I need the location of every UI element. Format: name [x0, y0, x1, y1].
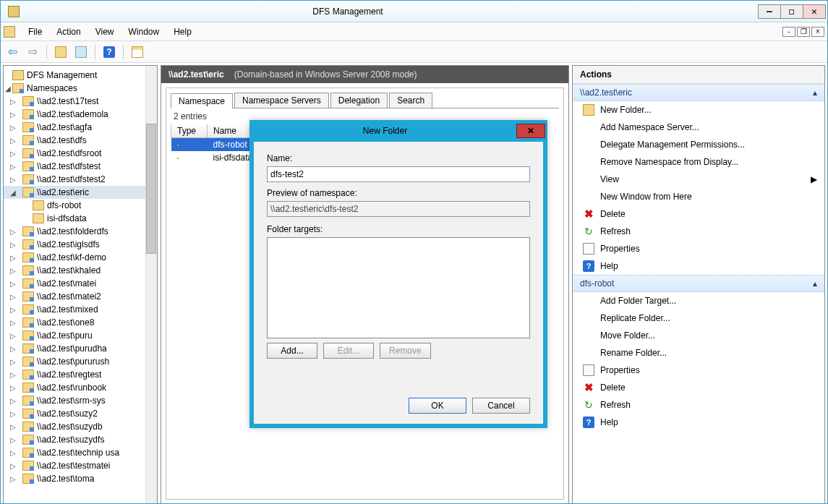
forward-button[interactable] — [24, 43, 41, 61]
tree-node[interactable]: isi-dfsdata — [4, 212, 157, 225]
action-delegate-management-permissions[interactable]: Delegate Management Permissions... — [573, 136, 824, 153]
action-new-folder[interactable]: New Folder... — [573, 101, 824, 119]
cancel-button[interactable]: Cancel — [472, 398, 530, 414]
action-help[interactable]: ?Help — [573, 414, 824, 431]
mdi-restore[interactable]: ❐ — [797, 27, 810, 37]
action-refresh[interactable]: ↻Refresh — [573, 396, 824, 414]
menu-window[interactable]: Window — [121, 24, 167, 40]
tree-node[interactable]: ▷\\ad2.test\mixed — [4, 303, 157, 316]
back-button[interactable] — [4, 43, 21, 61]
dialog-close-button[interactable]: ✕ — [516, 124, 545, 138]
tree-label: \\ad2.test\matei2 — [37, 291, 101, 302]
namespace-icon — [22, 330, 34, 341]
tree-node[interactable]: ▷\\ad2.test\srm-sys — [4, 394, 157, 407]
menu-help[interactable]: Help — [166, 24, 199, 40]
help-button[interactable]: ? — [101, 43, 118, 61]
tree-node[interactable]: ▷\\ad2.test\dfstest2 — [4, 173, 157, 186]
action-rename-folder[interactable]: Rename Folder... — [573, 344, 824, 362]
tree-node[interactable]: ▷\\ad2.test\pururush — [4, 355, 157, 368]
tree-node[interactable]: ▷\\ad2.test\runbook — [4, 381, 157, 394]
action-add-namespace-server[interactable]: Add Namespace Server... — [573, 119, 824, 136]
actions-pane: Actions \\ad2.test\eric▴ New Folder...Ad… — [572, 65, 825, 504]
menu-file[interactable]: File — [21, 24, 49, 40]
tab-delegation[interactable]: Delegation — [330, 93, 388, 108]
tree-node[interactable]: ▷\\ad2.test\iglsdfs — [4, 238, 157, 251]
namespace-icon — [22, 343, 34, 354]
folder-targets-list[interactable] — [267, 237, 530, 338]
tree-node[interactable]: ▷\\ad2.test\suzy2 — [4, 407, 157, 420]
tree-node[interactable]: ▷\\ad2.test\toma — [4, 472, 157, 485]
namespace-icon — [22, 474, 34, 484]
tree-node[interactable]: ▷\\ad2.test\dfstest — [4, 160, 157, 173]
action-view[interactable]: View▶ — [573, 171, 824, 188]
tree-node[interactable]: ▷\\ad2.test\kf-demo — [4, 251, 157, 264]
tree-node[interactable]: ◢\\ad2.test\eric — [4, 186, 157, 199]
tree-label: \\ad2.test\iglsdfs — [37, 239, 100, 249]
action-label: View — [600, 174, 619, 184]
tree-label: \\ad2.test\dfstest — [37, 161, 101, 171]
action-properties[interactable]: Properties — [573, 362, 824, 379]
preview-input — [267, 201, 530, 217]
maximize-button[interactable]: ◻ — [780, 4, 803, 19]
tab-namespace-servers[interactable]: Namespace Servers — [234, 93, 329, 108]
action-properties[interactable]: Properties — [573, 240, 824, 257]
action-help[interactable]: ?Help — [573, 257, 824, 275]
tree-node[interactable]: ▷\\ad2.test\matei — [4, 277, 157, 290]
tree-node[interactable]: dfs-robot — [4, 199, 157, 212]
name-input[interactable] — [267, 166, 530, 182]
tree-label: \\ad2.test\puru — [37, 330, 93, 341]
add-button[interactable]: Add... — [267, 343, 317, 359]
preview-label: Preview of namespace: — [267, 188, 530, 198]
tree-node[interactable]: ▷\\ad2.test\folderdfs — [4, 225, 157, 238]
actions-group-folder[interactable]: dfs-robot▴ — [573, 275, 824, 292]
name-label: Name: — [267, 153, 530, 163]
column-type[interactable]: Type — [171, 124, 208, 138]
ok-button[interactable]: OK — [409, 398, 466, 414]
tree-node[interactable]: ▷\\ad2.test\dfsroot — [4, 147, 157, 160]
tree-node[interactable]: ▷\\ad2.test\dfs — [4, 134, 157, 147]
tree-scrollbar[interactable] — [145, 66, 157, 504]
tab-namespace[interactable]: Namespace — [171, 93, 233, 108]
up-button[interactable] — [52, 43, 69, 61]
mdi-minimize[interactable]: - — [782, 27, 795, 37]
action-new-window-from-here[interactable]: New Window from Here — [573, 188, 824, 205]
tab-search[interactable]: Search — [389, 93, 432, 108]
action-delete[interactable]: ✖Delete — [573, 379, 824, 396]
close-button[interactable]: ✕ — [803, 4, 826, 19]
tree-node[interactable]: ▷\\ad2.test\puru — [4, 329, 157, 342]
action-move-folder[interactable]: Move Folder... — [573, 327, 824, 344]
show-hide-tree-button[interactable] — [72, 43, 90, 61]
tree-node[interactable]: ▷\\ad2.test\testmatei — [4, 459, 157, 472]
tree-node[interactable]: ◢Namespaces — [4, 82, 157, 95]
tree-node[interactable]: ▷\\ad2.test\khaled — [4, 264, 157, 277]
action-remove-namespace-from-display[interactable]: Remove Namespace from Display... — [573, 153, 824, 171]
tree-node[interactable]: ▷\\ad2.test\matei2 — [4, 290, 157, 303]
tree-node[interactable]: ▷\\ad2.test\suzydb — [4, 420, 157, 433]
action-replicate-folder[interactable]: Replicate Folder... — [573, 309, 824, 327]
tree-pane[interactable]: DFS Management◢Namespaces▷\\ad2.test\17t… — [3, 65, 158, 504]
tree-label: \\ad2.test\suzydb — [37, 422, 103, 432]
menu-action[interactable]: Action — [49, 24, 88, 40]
action-delete[interactable]: ✖Delete — [573, 205, 824, 223]
menu-view[interactable]: View — [88, 24, 121, 40]
tree-label: dfs-robot — [47, 200, 81, 210]
tree-node[interactable]: ▷\\ad2.test\technip usa — [4, 446, 157, 459]
new-window-button[interactable] — [129, 43, 146, 61]
tree-node[interactable]: ▷\\ad2.test\agfa — [4, 121, 157, 134]
tree-node[interactable]: ▷\\ad2.test\purudha — [4, 342, 157, 355]
tree-node[interactable]: DFS Management — [4, 69, 157, 82]
del-icon: ✖ — [583, 208, 594, 220]
actions-group-namespace[interactable]: \\ad2.test\eric▴ — [573, 84, 824, 101]
tree-node[interactable]: ▷\\ad2.test\suzydfs — [4, 433, 157, 446]
tree-node[interactable]: ▷\\ad2.test\one8 — [4, 316, 157, 329]
tree-node[interactable]: ▷\\ad2.test\regtest — [4, 368, 157, 381]
action-refresh[interactable]: ↻Refresh — [573, 223, 824, 240]
tree-scroll-thumb[interactable] — [146, 124, 156, 254]
tree-label: \\ad2.test\suzy2 — [37, 409, 98, 419]
mdi-close[interactable]: × — [811, 27, 824, 37]
minimize-button[interactable]: — — [758, 4, 781, 19]
namespace-icon — [22, 239, 34, 249]
tree-node[interactable]: ▷\\ad2.test\17test — [4, 95, 157, 108]
action-add-folder-target[interactable]: Add Folder Target... — [573, 292, 824, 309]
tree-node[interactable]: ▷\\ad2.test\ademola — [4, 108, 157, 121]
